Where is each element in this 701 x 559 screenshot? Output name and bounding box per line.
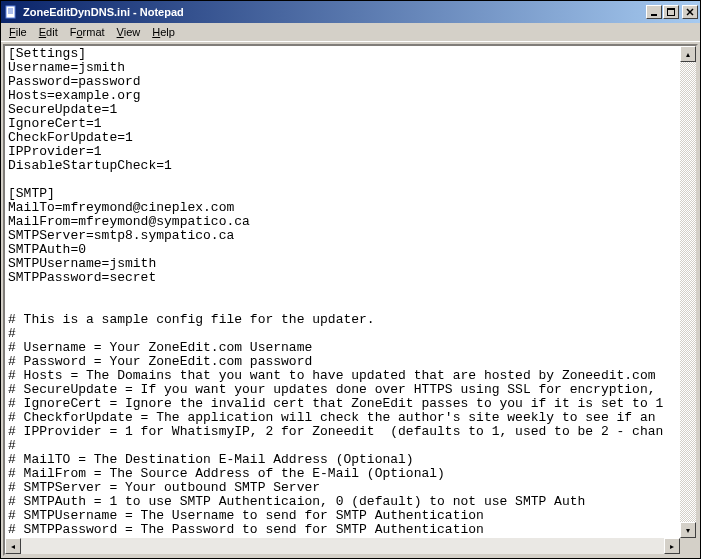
menu-edit[interactable]: Edit <box>33 24 64 40</box>
titlebar: ZoneEditDynDNS.ini - Notepad <box>1 1 700 23</box>
scroll-right-button[interactable]: ▸ <box>664 538 680 554</box>
close-button[interactable] <box>682 5 698 19</box>
menubar: File Edit Format View Help <box>1 23 700 42</box>
notepad-icon <box>3 4 19 20</box>
window-title: ZoneEditDynDNS.ini - Notepad <box>23 6 646 18</box>
menu-file[interactable]: File <box>3 24 33 40</box>
horizontal-scrollbar[interactable]: ◂ ▸ <box>5 538 680 554</box>
text-editor[interactable]: [Settings] Username=jsmith Password=pass… <box>5 46 680 538</box>
editor-container: [Settings] Username=jsmith Password=pass… <box>1 42 700 558</box>
svg-rect-6 <box>667 8 675 10</box>
scroll-up-button[interactable]: ▴ <box>680 46 696 62</box>
scroll-down-button[interactable]: ▾ <box>680 522 696 538</box>
menu-help[interactable]: Help <box>146 24 181 40</box>
scroll-left-button[interactable]: ◂ <box>5 538 21 554</box>
scroll-corner <box>680 538 696 554</box>
vertical-scrollbar[interactable]: ▴ ▾ <box>680 46 696 538</box>
menu-view[interactable]: View <box>111 24 147 40</box>
vertical-scroll-track[interactable] <box>680 62 696 522</box>
minimize-button[interactable] <box>646 5 662 19</box>
maximize-button[interactable] <box>663 5 679 19</box>
window-controls <box>646 5 698 19</box>
svg-rect-4 <box>651 14 657 16</box>
svg-rect-0 <box>6 6 15 18</box>
menu-format[interactable]: Format <box>64 24 111 40</box>
horizontal-scroll-track[interactable] <box>21 538 664 554</box>
